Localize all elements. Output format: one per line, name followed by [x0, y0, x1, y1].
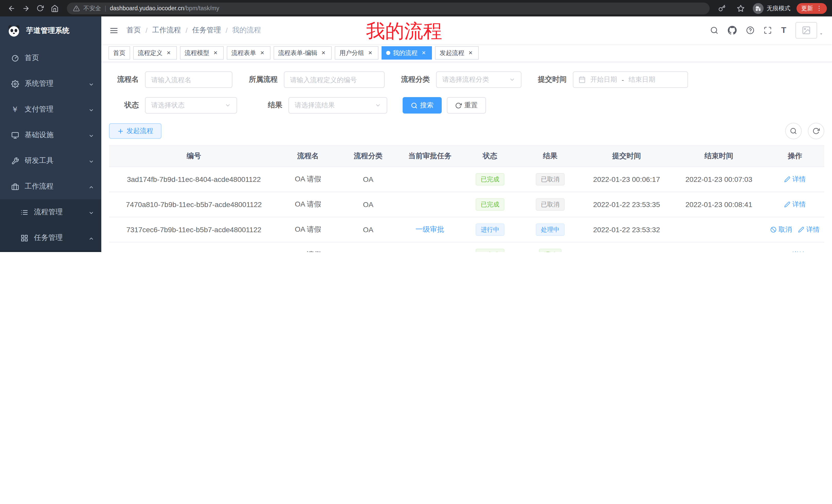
breadcrumb-separator: / — [146, 26, 148, 34]
tab-item[interactable]: 首页 — [108, 46, 130, 60]
search-button[interactable]: 搜索 — [402, 97, 442, 114]
sidebar-item-label: 系统管理 — [25, 79, 53, 88]
tab-label: 用户分组 — [339, 49, 364, 57]
sidebar-item-system-management[interactable]: 系统管理 — [0, 71, 101, 96]
detail-link[interactable]: 详情 — [784, 200, 806, 209]
tab-label: 流程模型 — [185, 49, 209, 57]
page-content: 流程名 所属流程 流程分类 请选择流程分类 — [101, 62, 832, 252]
close-icon[interactable]: × — [259, 49, 266, 57]
sidebar-item-home[interactable]: 首页 — [0, 45, 101, 71]
process-category: OA — [363, 226, 373, 234]
reload-icon[interactable] — [34, 2, 46, 15]
tab-item[interactable]: 流程模型× — [180, 46, 224, 60]
breadcrumb-item[interactable]: 工作流程 — [152, 26, 181, 35]
back-icon[interactable] — [5, 2, 18, 15]
process-name-input[interactable] — [145, 72, 232, 88]
warning-icon — [73, 5, 80, 11]
close-icon[interactable]: × — [212, 49, 219, 57]
forward-icon[interactable] — [20, 2, 32, 15]
tab-label: 发起流程 — [440, 49, 464, 57]
sidebar-item-my-process[interactable]: 我的流程 — [0, 251, 101, 252]
column-header: 编号 — [109, 146, 279, 167]
address-bar[interactable]: 不安全 | dashboard.yudao.iocoder.cn/bpm/tas… — [67, 2, 710, 14]
caret-down-icon — [509, 77, 515, 83]
filter-row-2: 状态 请选择状态 结果 请选择流结果 — [109, 97, 824, 114]
chevron-down-icon — [88, 209, 94, 217]
home-icon[interactable] — [48, 2, 61, 15]
tab-item[interactable]: 流程表单× — [227, 46, 270, 60]
sidebar-item-infrastructure[interactable]: 基础设施 — [0, 122, 101, 148]
menu-toggle-icon[interactable] — [109, 26, 118, 35]
top-navbar: 首页/工作流程/任务管理/我的流程 T — [101, 17, 832, 44]
github-icon[interactable] — [728, 26, 737, 35]
result-label: 结果 — [253, 101, 282, 110]
close-icon[interactable]: × — [165, 49, 172, 57]
end-time: 2022-01-22 23:51:20 — [685, 251, 752, 252]
process-id: 7317cec6-7b9b-11ec-b5b7-acde48001122 — [126, 226, 261, 234]
close-icon[interactable]: × — [367, 49, 374, 57]
sidebar-item-label: 任务管理 — [34, 233, 63, 243]
detail-link[interactable]: 详情 — [784, 175, 806, 184]
avatar[interactable] — [796, 22, 824, 38]
table-row: 7470a810-7b9b-11ec-b5b7-acde48001122OA 请… — [109, 192, 824, 217]
fullscreen-icon[interactable] — [763, 26, 772, 34]
result-select[interactable]: 请选择流结果 — [288, 97, 387, 114]
start-date-placeholder: 开始日期 — [590, 75, 617, 84]
chevron-down-icon — [88, 158, 94, 166]
tab-item[interactable]: 我的流程× — [382, 46, 432, 60]
category-select[interactable]: 请选择流程分类 — [436, 72, 521, 88]
status-tag: 已完成 — [476, 249, 504, 252]
tab-item[interactable]: 发起流程× — [435, 46, 479, 60]
filter-row-1: 流程名 所属流程 流程分类 请选择流程分类 — [109, 72, 824, 88]
sidebar-item-workflow[interactable]: 工作流程 — [0, 174, 101, 199]
app-logo: 芋道管理系统 — [0, 17, 101, 45]
tab-label: 首页 — [113, 49, 126, 57]
reset-button[interactable]: 重置 — [447, 97, 486, 114]
process-category: OA — [363, 200, 373, 208]
submit-time-range[interactable]: 开始日期 - 结束日期 — [573, 72, 688, 88]
update-button[interactable]: 更新 ⋮ — [797, 3, 827, 13]
key-icon[interactable] — [716, 2, 728, 15]
refresh-icon[interactable] — [808, 123, 824, 139]
font-size-icon[interactable]: T — [781, 26, 786, 35]
status-select[interactable]: 请选择状态 — [145, 97, 237, 114]
breadcrumb-item[interactable]: 任务管理 — [192, 26, 221, 35]
breadcrumb-item[interactable]: 首页 — [127, 26, 141, 35]
hide-search-icon[interactable] — [785, 123, 802, 139]
close-icon[interactable]: × — [320, 49, 327, 57]
tab-item[interactable]: 流程定义× — [133, 46, 177, 60]
sidebar-item-task-management[interactable]: 任务管理 — [0, 225, 101, 251]
table-row: 3ad174fb-7b9d-11ec-8404-acde48001122OA 请… — [109, 167, 824, 192]
submit-time: 2022-01-22 23:53:35 — [593, 200, 660, 208]
bookmark-star-icon[interactable] — [734, 2, 747, 15]
sidebar-item-dev-tools[interactable]: 研发工具 — [0, 148, 101, 174]
detail-link[interactable]: 详情 — [784, 250, 806, 252]
cancel-link[interactable]: 取消 — [770, 225, 792, 234]
sidebar-item-process-management[interactable]: 流程管理 — [0, 199, 101, 225]
column-header: 流程分类 — [337, 146, 399, 167]
avatar-image — [796, 22, 817, 38]
current-task-link[interactable]: 一级审批 — [415, 225, 444, 234]
sidebar-item-label: 工作流程 — [25, 182, 53, 191]
close-icon[interactable]: × — [420, 49, 427, 57]
search-icon[interactable] — [710, 26, 718, 34]
breadcrumb-separator: / — [186, 26, 188, 34]
column-header: 流程名 — [279, 146, 337, 167]
sidebar-item-payment-management[interactable]: ￥支付管理 — [0, 96, 101, 122]
create-process-button[interactable]: 发起流程 — [109, 123, 161, 139]
tab-item[interactable]: 流程表单-编辑× — [274, 46, 332, 60]
browser-menu-icon[interactable]: ⋮ — [816, 5, 822, 11]
owner-process-input[interactable] — [284, 72, 385, 88]
detail-link[interactable]: 详情 — [798, 225, 820, 234]
category-label: 流程分类 — [400, 75, 430, 84]
process-id: 3ad174fb-7b9d-11ec-8404-acde48001122 — [127, 175, 261, 184]
sidebar: 芋道管理系统 首页系统管理￥支付管理基础设施研发工具工作流程流程管理任务管理我的… — [0, 17, 101, 252]
table-row: 7317cec6-7b9b-11ec-b5b7-acde48001122OA 请… — [109, 217, 824, 242]
close-icon[interactable]: × — [467, 49, 474, 57]
infra-icon — [10, 131, 20, 139]
help-icon[interactable] — [746, 26, 754, 34]
range-separator: - — [622, 76, 624, 83]
tab-item[interactable]: 用户分组× — [335, 46, 379, 60]
result-tag: 已取消 — [536, 173, 565, 186]
caret-down-icon — [818, 29, 824, 38]
